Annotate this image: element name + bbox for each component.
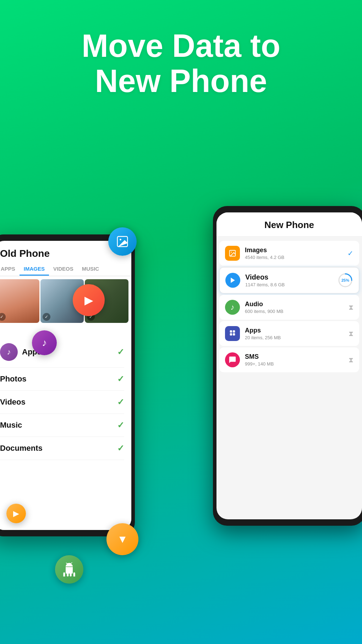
photos-label: Photos: [0, 374, 27, 384]
play-icon: ▶: [84, 293, 93, 307]
old-phone-screen: Old Phone APPS IMAGES VIDEOS MUSIC ✓ ✓ ✓: [0, 241, 131, 530]
videos-progress-label: 25%: [341, 278, 349, 282]
old-phone: Old Phone APPS IMAGES VIDEOS MUSIC ✓ ✓ ✓: [0, 234, 135, 536]
old-phone-tabs: APPS IMAGES VIDEOS MUSIC: [0, 263, 131, 276]
videos-check: ✓: [117, 397, 124, 407]
list-item-documents[interactable]: Documents ✓: [0, 437, 124, 460]
audio-name: Audio: [245, 301, 344, 308]
documents-check: ✓: [117, 443, 124, 453]
images-status: ✓: [347, 249, 353, 258]
float-android-icon: [55, 555, 83, 584]
apps-info: Apps 20 items, 256 MB: [245, 327, 344, 340]
videos-label: Videos: [0, 397, 26, 407]
videos-progress: 25%: [338, 272, 353, 288]
old-phone-list: ♪ Apps ✓ Photos ✓ Videos ✓ Music ✓: [0, 337, 131, 530]
apps-status: ⧗: [349, 330, 353, 338]
apps-check: ✓: [117, 347, 124, 357]
hero-title-line1: Move Data to: [21, 28, 341, 64]
float-image-icon: [108, 227, 137, 256]
svg-marker-4: [231, 278, 235, 283]
images-name: Images: [245, 247, 342, 254]
list-item-photos[interactable]: Photos ✓: [0, 368, 124, 391]
photos-check: ✓: [117, 374, 124, 384]
float-music-icon: ♪: [32, 330, 57, 355]
tab-videos[interactable]: VIDEOS: [49, 263, 78, 276]
audio-icon: ♪: [225, 300, 240, 315]
images-sub: 4540 items, 4.2 GB: [245, 255, 342, 260]
new-list-item-audio[interactable]: ♪ Audio 600 items, 900 MB ⧗: [219, 295, 359, 320]
list-item-music[interactable]: Music ✓: [0, 414, 124, 437]
apps-sub: 20 items, 256 MB: [245, 335, 344, 340]
sms-icon: [225, 352, 240, 367]
hero-title: Move Data to New Phone: [0, 28, 362, 99]
float-play-button[interactable]: ▶: [73, 284, 105, 316]
list-item-videos[interactable]: Videos ✓: [0, 391, 124, 414]
new-list-item-apps[interactable]: Apps 20 items, 256 MB ⧗: [219, 321, 359, 346]
phones-wrapper: ▶ ♪ ▶ ▼ Old Phone APPS IMAGES VIDEOS MUS…: [0, 206, 362, 644]
audio-sub: 600 items, 900 MB: [245, 309, 344, 314]
svg-point-3: [231, 251, 232, 253]
new-list-item-images[interactable]: Images 4540 items, 4.2 GB ✓: [219, 241, 359, 266]
videos-name: Videos: [245, 273, 333, 281]
new-phone-screen: New Phone Images 4540 items, 4.2 GB: [216, 212, 362, 519]
apps-name: Apps: [245, 327, 344, 334]
float-orange-play[interactable]: ▶: [6, 504, 26, 523]
images-info: Images 4540 items, 4.2 GB: [245, 247, 342, 260]
tab-apps[interactable]: APPS: [0, 263, 20, 276]
sms-status: ⧗: [349, 356, 353, 364]
sms-info: SMS 999+, 140 MB: [245, 353, 344, 367]
svg-point-1: [120, 239, 121, 240]
photo-1: ✓: [0, 279, 39, 323]
videos-info: Videos 1147 items, 8.6 GB: [245, 273, 333, 287]
sms-sub: 999+, 140 MB: [245, 361, 344, 367]
new-phone-list: Images 4540 items, 4.2 GB ✓ Videos 1147 …: [216, 237, 362, 377]
hero-title-line2: New Phone: [21, 64, 341, 99]
music-check: ✓: [117, 420, 124, 430]
sms-name: SMS: [245, 353, 344, 361]
new-list-item-sms[interactable]: SMS 999+, 140 MB ⧗: [219, 347, 359, 372]
photo-2-check: ✓: [43, 313, 50, 321]
apps-icon: [225, 326, 240, 341]
videos-icon: [225, 273, 240, 288]
tab-images[interactable]: IMAGES: [20, 263, 49, 276]
float-down-arrow[interactable]: ▼: [106, 523, 138, 555]
images-icon: [225, 246, 240, 261]
new-list-item-videos[interactable]: Videos 1147 items, 8.6 GB 25%: [219, 267, 359, 293]
arrow-down-icon: ▼: [117, 533, 128, 545]
music-note-icon: ♪: [42, 337, 47, 348]
list-item-apps[interactable]: ♪ Apps ✓: [0, 337, 124, 368]
new-phone-title: New Phone: [216, 212, 362, 237]
audio-info: Audio 600 items, 900 MB: [245, 301, 344, 314]
new-phone: New Phone Images 4540 items, 4.2 GB: [213, 206, 362, 526]
tab-music[interactable]: MUSIC: [78, 263, 103, 276]
music-label: Music: [0, 421, 22, 430]
audio-status: ⧗: [349, 303, 353, 312]
apps-music-icon: ♪: [0, 343, 18, 361]
videos-sub: 1147 items, 8.6 GB: [245, 282, 333, 287]
play-small-icon: ▶: [13, 509, 19, 518]
documents-label: Documents: [0, 444, 43, 453]
old-photos-grid: ✓ ✓ ✓: [0, 276, 131, 323]
